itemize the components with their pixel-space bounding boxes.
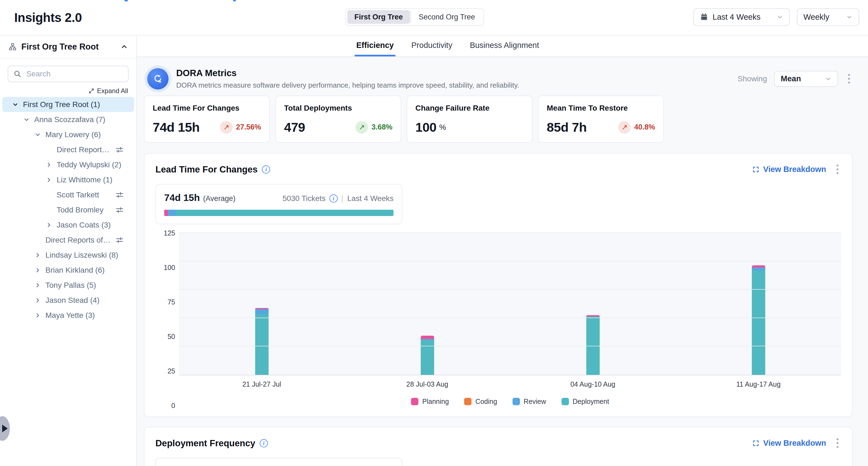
org-hierarchy-icon — [8, 42, 17, 51]
tree-item-label: Liz Whittome (1) — [57, 175, 113, 184]
tree-item[interactable]: Teddy Wylupski (2) — [2, 157, 134, 172]
chart-bar-slot — [676, 233, 841, 375]
y-axis-tick-label: 0 — [171, 402, 175, 410]
granularity-select[interactable]: Weekly — [797, 8, 859, 26]
tree-item[interactable]: Direct Reports ... — [2, 142, 134, 157]
tree-item[interactable]: Brian Kirkland (6) — [2, 263, 134, 278]
legend-swatch — [464, 398, 471, 405]
tree-item[interactable]: Jason Coats (3) — [2, 217, 134, 232]
filter-settings-icon[interactable] — [116, 236, 124, 244]
deployment-frequency-panel: Deployment Frequency i View Breakdown — [144, 427, 853, 466]
filter-settings-icon[interactable] — [116, 191, 124, 199]
tree-item-label: First Org Tree Root (1) — [23, 100, 100, 109]
lead-time-summary: 74d 15h (Average) 5030 Tickets i | Last … — [155, 184, 402, 224]
chevron-right-icon[interactable] — [44, 162, 53, 168]
showing-value: Mean — [781, 74, 801, 83]
view-breakdown-label: View Breakdown — [763, 439, 826, 448]
bar-segment-review — [255, 309, 269, 314]
filter-settings-icon[interactable] — [116, 146, 124, 154]
tab-business-alignment[interactable]: Business Alignment — [468, 36, 541, 56]
legend-label: Deployment — [573, 398, 609, 406]
metric-card-value: 74d 15h — [153, 120, 200, 135]
trend-up-arrow-icon: ↗ — [618, 121, 631, 134]
legend-item-planning[interactable]: Planning — [411, 398, 449, 406]
filter-settings-icon[interactable] — [116, 206, 124, 214]
tree-item[interactable]: First Org Tree Root (1) — [2, 97, 134, 112]
toggle-second-org-tree[interactable]: Second Org Tree — [411, 10, 482, 24]
legend-item-coding[interactable]: Coding — [464, 398, 497, 406]
summary-line: 74d 15h (Average) 5030 Tickets i | Last … — [164, 192, 394, 203]
trend-up-arrow-icon: ↗ — [355, 121, 368, 134]
toggle-first-org-tree[interactable]: First Org Tree — [347, 10, 410, 24]
metric-card-value-row: 479↗3.68% — [284, 120, 393, 135]
chevron-right-icon[interactable] — [44, 177, 53, 183]
tree-item[interactable]: Scott Tarkett — [2, 187, 134, 202]
legend-item-review[interactable]: Review — [513, 398, 546, 406]
caret-right-icon — [2, 425, 8, 432]
metric-card-title: Change Failure Rate — [415, 104, 524, 113]
chevron-right-icon[interactable] — [33, 312, 42, 319]
chevron-right-icon[interactable] — [44, 222, 53, 228]
phase-progress-bar — [164, 210, 394, 216]
view-breakdown-button[interactable]: View Breakdown — [752, 165, 826, 174]
tree-item[interactable]: Todd Bromley — [2, 202, 134, 217]
sidebar-title: First Org Tree Root — [21, 42, 98, 52]
view-breakdown-button[interactable]: View Breakdown — [752, 439, 826, 448]
expand-all-button[interactable]: Expand All — [8, 87, 128, 95]
chart-x-axis: 21 Jul-27 Jul28 Jul-03 Aug04 Aug-10 Aug1… — [179, 380, 841, 388]
info-icon[interactable]: i — [330, 195, 338, 203]
dora-title: DORA Metrics — [176, 68, 519, 78]
date-range-select[interactable]: Last 4 Weeks — [693, 8, 790, 26]
gridline — [179, 289, 841, 290]
legend-label: Planning — [422, 398, 449, 406]
collapse-sidebar-icon[interactable] — [120, 43, 128, 51]
tree-item-label: Anna Scozzafava (7) — [34, 115, 105, 124]
tree-item-label: Lindsay Liszewski (8) — [45, 251, 118, 260]
tree-item[interactable]: Anna Scozzafava (7) — [2, 112, 134, 127]
tree-item-label: Jason Stead (4) — [45, 296, 100, 305]
tab-productivity[interactable]: Productivity — [410, 36, 454, 56]
tree-item[interactable]: Lindsay Liszewski (8) — [2, 247, 134, 263]
chevron-down-icon[interactable] — [11, 101, 20, 108]
date-range-value: Last 4 Weeks — [713, 12, 761, 22]
tree-item[interactable]: Maya Yette (3) — [2, 308, 134, 323]
tree-item[interactable]: Liz Whittome (1) — [2, 172, 134, 187]
clipped-text-fragment — [125, 0, 128, 1]
chevron-right-icon[interactable] — [33, 252, 42, 259]
gridline — [179, 346, 841, 346]
tree-item[interactable]: Tony Pallas (5) — [2, 278, 134, 293]
info-icon[interactable]: i — [262, 165, 270, 174]
tab-efficiency[interactable]: Efficiency — [354, 36, 395, 56]
tree-item[interactable]: Jason Stead (4) — [2, 293, 134, 308]
chevron-down-icon[interactable] — [22, 116, 31, 123]
metric-card: Lead Time For Changes74d 15h↗27.56% — [144, 95, 270, 143]
tree-item-label: Todd Bromley — [57, 206, 103, 214]
bar-segment-deployment — [586, 317, 599, 375]
metric-card-value: 100 — [415, 120, 436, 135]
toggle-divider — [410, 11, 411, 23]
insights-app: Insights 2.0 First Org Tree Second Org T… — [0, 0, 868, 466]
showing-select[interactable]: Mean — [774, 71, 838, 87]
x-axis-tick-label: 11 Aug-17 Aug — [676, 380, 841, 388]
average-label: (Average) — [203, 195, 235, 203]
chevron-right-icon[interactable] — [33, 282, 42, 289]
search-input[interactable] — [8, 66, 129, 82]
stacked-bar — [421, 233, 434, 375]
calendar-icon — [700, 13, 708, 21]
tree-item[interactable]: Mary Lowery (6) — [2, 127, 134, 142]
chevron-down-icon[interactable] — [33, 132, 42, 138]
bar-segment-review — [752, 267, 765, 270]
sidebar-header: First Org Tree Root — [0, 36, 136, 59]
metric-delta-badge: ↗27.56% — [220, 121, 261, 134]
chevron-right-icon[interactable] — [33, 297, 42, 303]
deployment-frequency-kebab-menu[interactable] — [834, 437, 841, 449]
lead-time-kebab-menu[interactable] — [834, 163, 841, 176]
lead-time-title: Lead Time For Changes — [155, 164, 257, 175]
chevron-right-icon[interactable] — [33, 267, 42, 273]
dora-kebab-menu[interactable] — [845, 72, 853, 85]
y-axis-tick-label: 75 — [167, 298, 175, 306]
metric-delta-value: 27.56% — [236, 123, 261, 132]
tree-item[interactable]: Direct Reports of A... — [2, 232, 134, 247]
legend-item-deployment[interactable]: Deployment — [561, 398, 609, 406]
info-icon[interactable]: i — [260, 439, 268, 447]
